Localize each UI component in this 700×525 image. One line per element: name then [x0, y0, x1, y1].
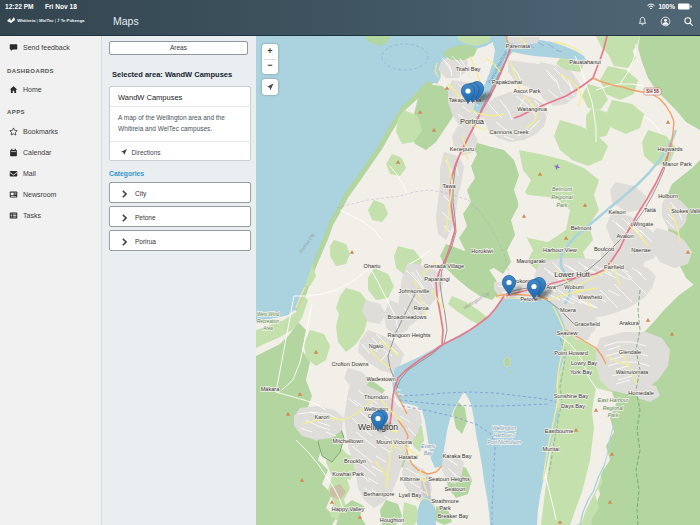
- svg-text:Taitā: Taitā: [644, 207, 657, 213]
- svg-text:Crofton Downs: Crofton Downs: [332, 361, 369, 367]
- svg-text:Maungaraki: Maungaraki: [516, 258, 545, 264]
- svg-text:Hataitai: Hataitai: [399, 454, 418, 460]
- svg-text:Area: Area: [262, 326, 273, 331]
- svg-text:East Harbour: East Harbour: [598, 397, 629, 403]
- svg-text:Karaka Bay: Karaka Bay: [443, 453, 472, 459]
- svg-text:Paremata: Paremata: [506, 43, 531, 49]
- svg-text:Fairfield: Fairfield: [604, 264, 624, 270]
- svg-text:Homedale: Homedale: [628, 390, 654, 396]
- svg-text:Belmont: Belmont: [571, 225, 592, 231]
- svg-text:Waitangirua: Waitangirua: [517, 106, 548, 112]
- svg-text:SH 58: SH 58: [646, 89, 659, 94]
- svg-text:Park: Park: [439, 505, 451, 511]
- svg-text:Park: Park: [556, 202, 567, 208]
- svg-text:Lower Hutt: Lower Hutt: [554, 270, 590, 279]
- svg-text:Ohariu: Ohariu: [364, 263, 381, 269]
- svg-text:Cannons Creek: Cannons Creek: [490, 129, 529, 135]
- svg-text:Kenepuru: Kenepuru: [450, 146, 474, 152]
- svg-text:Kowhai Park: Kowhai Park: [332, 471, 364, 477]
- svg-text:Bay: Bay: [424, 450, 433, 456]
- svg-text:Wadestown: Wadestown: [366, 376, 395, 382]
- svg-text:Berhampore: Berhampore: [364, 491, 395, 497]
- svg-text:Glendale: Glendale: [619, 349, 641, 355]
- svg-text:Happy Valley: Happy Valley: [332, 506, 365, 512]
- svg-text:West Wind: West Wind: [257, 312, 280, 317]
- svg-text:Wellington: Wellington: [492, 425, 516, 431]
- svg-text:Karori: Karori: [315, 414, 330, 420]
- svg-text:Seatoun: Seatoun: [445, 486, 466, 492]
- svg-text:Avalon: Avalon: [616, 233, 633, 239]
- svg-text:Kelson: Kelson: [608, 209, 625, 215]
- svg-text:Port Nicholson: Port Nicholson: [487, 439, 521, 445]
- svg-text:Thorndon: Thorndon: [364, 394, 388, 400]
- svg-text:Mount Victoria: Mount Victoria: [376, 439, 413, 445]
- svg-text:Kilbirnie: Kilbirnie: [400, 476, 420, 482]
- svg-text:Haywards: Haywards: [658, 146, 683, 152]
- svg-text:Brooklyn: Brooklyn: [344, 458, 366, 464]
- svg-text:Tawa: Tawa: [442, 183, 456, 189]
- svg-text:Paparangi: Paparangi: [424, 276, 450, 282]
- svg-text:Point Howard: Point Howard: [554, 350, 588, 356]
- svg-text:Regional: Regional: [603, 405, 624, 411]
- svg-text:Waiwhetū: Waiwhetū: [578, 294, 602, 300]
- svg-text:Rangoon Heights: Rangoon Heights: [387, 332, 430, 338]
- svg-text:Arakura: Arakura: [619, 320, 639, 326]
- svg-text:Horokiwi: Horokiwi: [471, 248, 492, 254]
- svg-text:Eastbourne: Eastbourne: [545, 428, 574, 434]
- svg-text:Belmont: Belmont: [552, 186, 572, 192]
- svg-text:Gracefield: Gracefield: [574, 321, 600, 327]
- svg-text:Porirua: Porirua: [460, 117, 485, 126]
- svg-text:Seaview: Seaview: [556, 330, 578, 336]
- svg-text:Ngaio: Ngaio: [369, 343, 384, 349]
- svg-text:Sunshine Bay: Sunshine Bay: [554, 393, 589, 399]
- svg-text:Wingate: Wingate: [633, 221, 654, 227]
- svg-text:Mitchelltown: Mitchelltown: [333, 438, 364, 444]
- svg-text:Wainuiomata: Wainuiomata: [616, 369, 649, 375]
- svg-text:Regional: Regional: [551, 194, 573, 200]
- svg-text:Harbour View: Harbour View: [543, 247, 578, 253]
- svg-text:Stokes Valley: Stokes Valley: [671, 208, 700, 214]
- svg-text:Woburn: Woburn: [564, 284, 584, 290]
- svg-text:Evans: Evans: [421, 443, 435, 449]
- svg-text:Papakōwhai: Papakōwhai: [492, 79, 522, 85]
- svg-text:Strathmore: Strathmore: [431, 498, 459, 504]
- svg-text:Titahi Bay: Titahi Bay: [456, 66, 481, 72]
- svg-text:Raroa: Raroa: [413, 305, 429, 311]
- svg-text:Holborn: Holborn: [658, 193, 678, 199]
- svg-text:Pāuatahanui: Pāuatahanui: [569, 59, 600, 65]
- svg-text:Breaker Bay: Breaker Bay: [438, 513, 469, 519]
- svg-text:York Bay: York Bay: [570, 369, 592, 375]
- svg-text:Houghton: Houghton: [380, 517, 404, 523]
- svg-text:Grenada Village: Grenada Village: [424, 263, 464, 269]
- svg-text:Ascot Park: Ascot Park: [513, 88, 540, 94]
- svg-text:Muritai: Muritai: [543, 446, 560, 452]
- svg-text:Lyall Bay: Lyall Bay: [399, 492, 422, 498]
- svg-text:Seatoun Heights: Seatoun Heights: [428, 476, 470, 482]
- svg-text:Park: Park: [608, 412, 619, 418]
- svg-text:Harbour /: Harbour /: [493, 432, 515, 438]
- svg-text:Manor Park: Manor Park: [663, 161, 692, 167]
- svg-text:Broadmeadows: Broadmeadows: [388, 314, 427, 320]
- svg-text:Boulcott: Boulcott: [594, 246, 615, 252]
- svg-text:Recreation: Recreation: [257, 319, 280, 324]
- svg-text:Lowry Bay: Lowry Bay: [571, 360, 597, 366]
- svg-text:Moera: Moera: [560, 307, 577, 313]
- svg-text:Naenae: Naenae: [631, 247, 651, 253]
- svg-text:Mākara: Mākara: [261, 386, 281, 392]
- svg-text:Johnsonville: Johnsonville: [399, 288, 430, 294]
- svg-text:Days Bay: Days Bay: [561, 403, 585, 409]
